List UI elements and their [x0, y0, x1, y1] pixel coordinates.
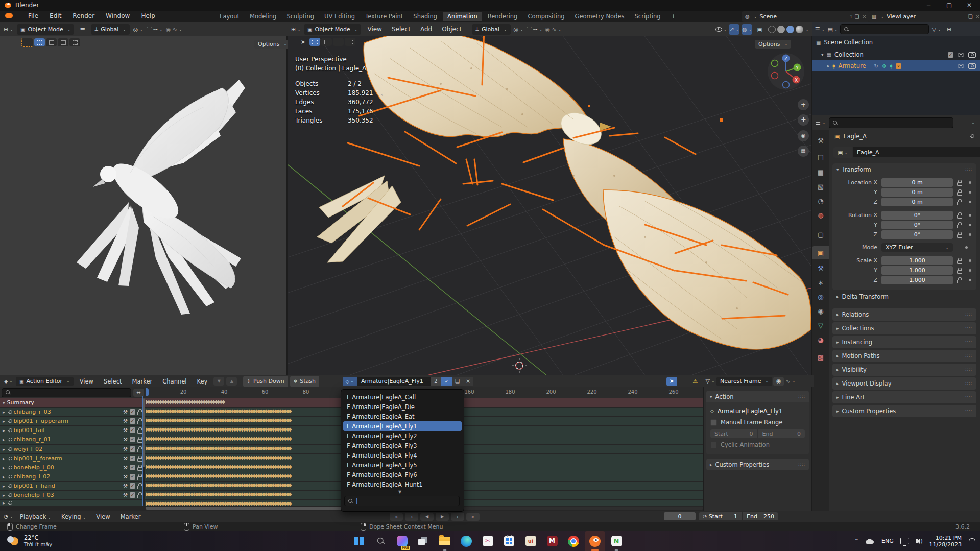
modifier-icon[interactable]: ⚒ [123, 409, 128, 415]
range-start-field[interactable]: Start0 [710, 429, 757, 438]
section-relations[interactable]: ▸Relations∷∷ [832, 308, 976, 321]
modifier-icon[interactable]: ⚒ [123, 492, 128, 498]
animate-dot-icon[interactable] [969, 279, 971, 281]
move-down-icon[interactable]: ▼ [213, 377, 224, 386]
menu-key[interactable]: Key [193, 378, 212, 385]
menu-edit[interactable]: Edit [44, 12, 67, 19]
tab-scripting[interactable]: Scripting [630, 12, 665, 21]
location-z-field[interactable]: 0 m [881, 198, 953, 206]
menu-window[interactable]: Window [100, 12, 135, 19]
tab-layout[interactable]: Layout [215, 12, 244, 21]
tab-geometry-nodes[interactable]: Geometry Nodes [570, 12, 629, 21]
lock-icon[interactable] [957, 232, 962, 237]
manual-frame-range-row[interactable]: Manual Frame Range [710, 417, 805, 428]
tweak-tool-icon[interactable] [21, 38, 33, 47]
action-panel-header[interactable]: ▾Action∷∷ [706, 391, 809, 402]
copilot-button[interactable]: PRE [392, 531, 412, 551]
pin-icon[interactable] [7, 419, 12, 424]
lock-icon[interactable] [957, 222, 962, 228]
channel-checkbox[interactable]: ✓ [130, 409, 135, 415]
collection-checkbox[interactable]: ✓ [948, 52, 953, 58]
dope-sheet-mode-select[interactable]: ▣Action Editor⌄ [16, 377, 74, 386]
menu-playback[interactable]: Playback⌄ [16, 513, 55, 520]
pan-hand-icon[interactable]: ✚ [798, 114, 809, 126]
tray-expand-icon[interactable]: ⌃ [854, 538, 859, 544]
maximize-button[interactable]: ▢ [946, 2, 952, 9]
copy-viewlayer-icon[interactable]: ❏ [968, 14, 973, 19]
current-frame-field[interactable]: 0 [664, 512, 696, 520]
rotation-y-field[interactable]: 0° [881, 221, 953, 229]
channel-row[interactable]: ▸bip001_tail⚒✓ [0, 426, 146, 435]
lock-icon[interactable] [957, 258, 962, 263]
modes-menu-icon[interactable]: ≡ [77, 24, 88, 35]
new-collection-icon[interactable]: ⊞ [944, 24, 954, 35]
tab-view-layer[interactable]: ▧ [812, 180, 829, 193]
start-button[interactable] [349, 531, 369, 551]
animate-dot-icon[interactable] [969, 191, 971, 194]
outliner-filter-icon[interactable]: ▤⌄ [827, 24, 838, 35]
tab-texture-paint[interactable]: Texture Paint [361, 12, 408, 21]
select-circle-tool-icon[interactable] [46, 38, 57, 46]
select-intersect-tool-icon[interactable] [345, 38, 355, 46]
taskbar-weather[interactable]: 22°C Trời ít mây [7, 531, 52, 551]
push-down-button[interactable]: ⇩Push Down [243, 376, 288, 387]
m-app-button[interactable]: M [542, 531, 562, 551]
tab-physics[interactable]: ◎ [812, 290, 829, 303]
expand-icon[interactable]: ▸ [827, 63, 830, 68]
range-end-field[interactable]: End0 [758, 429, 805, 438]
rotation-z-field[interactable]: 0° [881, 230, 953, 239]
tab-modifiers[interactable]: ⚒ [812, 261, 829, 275]
menu-file[interactable]: File [22, 12, 44, 19]
modifier-icon[interactable]: ⚒ [123, 474, 128, 480]
dropdown-item[interactable]: F Armature|EagleA_Fly6 [343, 470, 462, 480]
tab-rendering[interactable]: Rendering [483, 12, 522, 21]
scale-z-field[interactable]: 1.000 [881, 276, 953, 284]
channel-row[interactable]: ▸bip001_r_hand⚒✓ [0, 482, 146, 490]
shading-material-icon[interactable] [786, 26, 794, 33]
language-indicator[interactable]: ENG [881, 538, 894, 544]
animate-dot-icon[interactable] [969, 201, 971, 203]
channel-row[interactable]: ▸bip001_l_forearm⚒✓ [0, 454, 146, 463]
cyclic-animation-row[interactable]: Cyclic Animation [710, 439, 805, 450]
channel-row[interactable]: ▸bip001_r_upperarm⚒✓ [0, 417, 146, 425]
clock[interactable]: 10:21 PM 11/28/2023 [929, 535, 962, 548]
editor-type-icon[interactable]: ⊞⌄ [291, 24, 301, 35]
warning-icon[interactable]: ⚠ [690, 377, 701, 386]
modifier-icon[interactable]: ⚒ [123, 456, 128, 461]
outliner-row-scene-collection[interactable]: ▦ Scene Collection [816, 39, 873, 46]
collapse-arrow-icon[interactable]: ‹ [381, 91, 383, 98]
copy-scene-icon[interactable]: ❏ [855, 14, 859, 19]
menu-help[interactable]: Help [135, 12, 160, 19]
channel-checkbox[interactable]: ✓ [130, 418, 135, 424]
funnel-filter-icon[interactable]: ▽⌄ [705, 376, 715, 387]
tab-object-active[interactable]: ▣ [812, 246, 829, 259]
viewport-right-options[interactable]: Options⌄ [755, 40, 791, 49]
menu-select[interactable]: Select [388, 26, 414, 33]
menu-add[interactable]: Add [417, 26, 436, 33]
search-button[interactable] [370, 531, 391, 551]
menu-marker[interactable]: Marker [116, 513, 145, 520]
outliner-row-armature[interactable]: ▸ ǂ Armature ↻ ✥ ǂ ∨ [812, 60, 980, 71]
jump-to-start-button[interactable]: « [390, 513, 403, 521]
modifier-icon[interactable]: ⚒ [123, 418, 128, 424]
shading-solid-icon[interactable] [777, 26, 785, 33]
viewport-right[interactable]: User Perspective (0) Collection | Eagle_… [288, 22, 811, 375]
section-motion-paths[interactable]: ▸Motion Paths∷∷ [832, 350, 976, 362]
tab-render[interactable]: ▤ [812, 150, 829, 163]
location-y-field[interactable]: 0 m [881, 188, 953, 197]
prev-keyframe-button[interactable]: ‹ [405, 513, 418, 521]
pin-icon[interactable] [7, 484, 12, 489]
zoom-icon[interactable]: + [798, 99, 809, 110]
editor-type-icon[interactable]: ◆⌄ [3, 376, 14, 387]
action-icon[interactable]: ◇⌄ [343, 377, 357, 386]
pin-icon[interactable] [7, 410, 12, 415]
tab-shading[interactable]: Shading [409, 12, 442, 21]
custom-properties-panel[interactable]: ▸Custom Properties∷∷ [706, 459, 809, 470]
frame-snap-select[interactable]: Nearest Frame⌄ [716, 377, 772, 386]
file-explorer-button[interactable] [435, 531, 455, 551]
blender-menu-icon[interactable] [5, 13, 13, 18]
cursor-tool-icon[interactable] [69, 38, 80, 46]
unlink-scene-icon[interactable]: × [862, 13, 867, 20]
edge-button[interactable] [456, 531, 476, 551]
transform-panel-header[interactable]: ▾Transform ∷∷ [832, 163, 976, 175]
